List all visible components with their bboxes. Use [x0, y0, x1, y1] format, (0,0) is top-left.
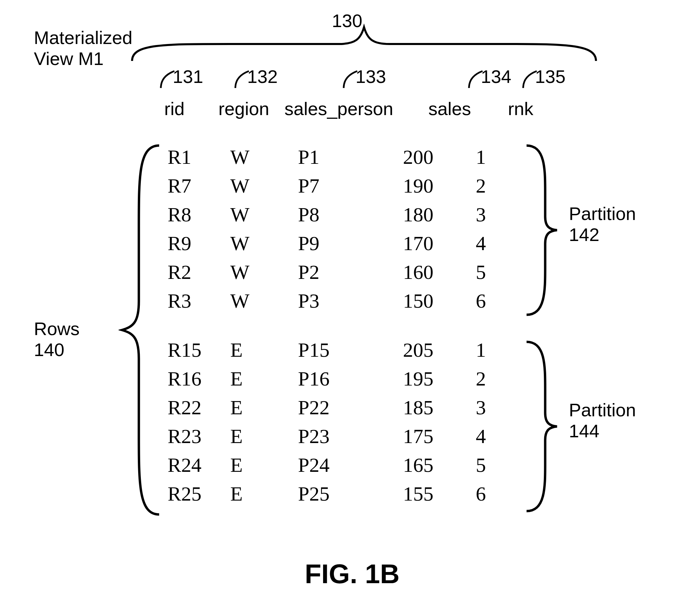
cell-rnk: 6 [476, 482, 503, 506]
cell-rid: R3 [168, 289, 230, 313]
cell-region: W [230, 203, 298, 226]
cell-sales: 160 [403, 261, 476, 284]
cell-rid: R16 [168, 367, 230, 391]
col-ref-131: 131 [173, 66, 203, 87]
table-row: R1WP12001 [168, 146, 503, 174]
cell-rid: R15 [168, 338, 230, 362]
cell-sales-person: P23 [298, 425, 403, 448]
partition-142-brace-icon [523, 142, 560, 318]
partition-144-label: Partition 144 [569, 399, 636, 441]
cell-rid: R25 [168, 482, 230, 506]
cell-rnk: 5 [476, 454, 503, 477]
partition-142-label: Partition 142 [569, 203, 636, 245]
cell-sales: 190 [403, 174, 476, 198]
col-ref-135: 135 [535, 66, 565, 87]
table-row: R23EP231754 [168, 425, 503, 454]
title-line1: Materialized [34, 27, 132, 48]
partition-144-brace-icon [523, 338, 560, 514]
table-row: R8WP81803 [168, 203, 503, 232]
cell-rnk: 3 [476, 396, 503, 419]
cell-rid: R23 [168, 425, 230, 448]
table-row: R3WP31506 [168, 289, 503, 318]
cell-rid: R9 [168, 232, 230, 255]
cell-sales-person: P8 [298, 203, 403, 226]
figure-caption: FIG. 1B [305, 558, 400, 590]
cell-rnk: 4 [476, 232, 503, 255]
cell-rnk: 3 [476, 203, 503, 226]
cell-sales: 195 [403, 367, 476, 391]
title-line2: View M1 [34, 48, 104, 69]
cell-region: E [230, 367, 298, 391]
header-sales: sales [428, 98, 471, 119]
header-rnk: rnk [508, 98, 533, 119]
header-sales-person: sales_person [284, 98, 393, 119]
cell-sales: 150 [403, 289, 476, 313]
cell-rid: R8 [168, 203, 230, 226]
view-title: Materialized View M1 [34, 27, 132, 69]
cell-sales: 175 [403, 425, 476, 448]
cell-sales: 180 [403, 203, 476, 226]
rows-label: Rows 140 [34, 318, 80, 360]
table-row: R7WP71902 [168, 174, 503, 203]
cell-rid: R1 [168, 146, 230, 169]
cell-region: E [230, 396, 298, 419]
cell-region: E [230, 425, 298, 448]
cell-sales: 185 [403, 396, 476, 419]
cell-sales-person: P2 [298, 261, 403, 284]
cell-region: W [230, 289, 298, 313]
cell-region: W [230, 261, 298, 284]
cell-region: W [230, 146, 298, 169]
table-row: R16EP161952 [168, 367, 503, 396]
table-row: R24EP241655 [168, 454, 503, 482]
cell-sales-person: P22 [298, 396, 403, 419]
col-ref-133: 133 [356, 66, 386, 87]
col-ref-134: 134 [481, 66, 511, 87]
cell-rnk: 4 [476, 425, 503, 448]
cell-region: W [230, 232, 298, 255]
cell-sales-person: P9 [298, 232, 403, 255]
cell-rnk: 1 [476, 338, 503, 362]
cell-rid: R24 [168, 454, 230, 477]
cell-sales: 155 [403, 482, 476, 506]
cell-sales-person: P1 [298, 146, 403, 169]
table-row: R2WP21605 [168, 261, 503, 289]
cell-sales-person: P16 [298, 367, 403, 391]
header-rid: rid [164, 98, 185, 119]
cell-sales-person: P15 [298, 338, 403, 362]
cell-region: E [230, 338, 298, 362]
cell-rid: R22 [168, 396, 230, 419]
cell-rnk: 1 [476, 146, 503, 169]
table-row: R15EP152051 [168, 338, 503, 367]
cell-rnk: 6 [476, 289, 503, 313]
figure-1b: { "title_line1": "Materialized", "title_… [0, 0, 683, 616]
cell-rnk: 5 [476, 261, 503, 284]
header-region: region [218, 98, 269, 119]
cell-region: E [230, 454, 298, 477]
cell-sales: 165 [403, 454, 476, 477]
cell-sales: 200 [403, 146, 476, 169]
cell-rnk: 2 [476, 174, 503, 198]
cell-sales-person: P7 [298, 174, 403, 198]
table-row: R25EP251556 [168, 482, 503, 511]
table-row: R22EP221853 [168, 396, 503, 425]
table-row: R9WP91704 [168, 232, 503, 261]
cell-sales-person: P25 [298, 482, 403, 506]
rows-brace-icon [119, 142, 163, 518]
cell-sales: 170 [403, 232, 476, 255]
top-brace-icon [129, 24, 599, 64]
cell-sales: 205 [403, 338, 476, 362]
cell-sales-person: P24 [298, 454, 403, 477]
data-table: R1WP12001R7WP71902R8WP81803R9WP91704R2WP… [168, 146, 503, 511]
col-ref-132: 132 [247, 66, 278, 87]
cell-rid: R2 [168, 261, 230, 284]
cell-rid: R7 [168, 174, 230, 198]
cell-region: W [230, 174, 298, 198]
cell-sales-person: P3 [298, 289, 403, 313]
cell-rnk: 2 [476, 367, 503, 391]
cell-region: E [230, 482, 298, 506]
